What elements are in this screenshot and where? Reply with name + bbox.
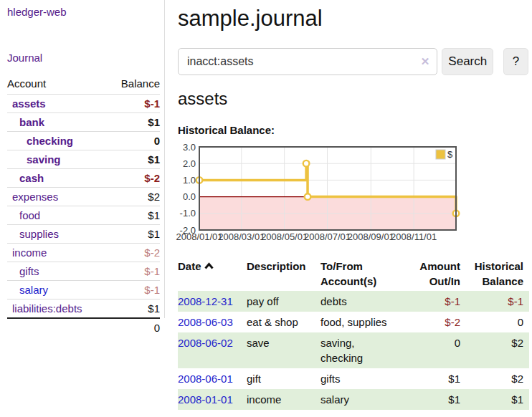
register-amount-cell: 0 [414,332,466,368]
svg-text:2008/03/01: 2008/03/01 [218,231,265,242]
svg-text:1.0: 1.0 [183,175,196,186]
register-description-cell: save [247,332,320,368]
data-point-marker [305,193,311,200]
sidebar-account-link-income[interactable]: income [7,246,47,259]
transaction-date-link[interactable]: 2008-06-02 [178,337,233,349]
account-row: cash$-2 [7,169,160,188]
chart-heading: Historical Balance: [178,124,528,137]
register-col-description: Description [247,257,320,291]
sidebar-account-link-bank[interactable]: bank [7,116,44,128]
account-row: checking0 [7,132,160,150]
account-row: gifts$-1 [7,262,160,281]
register-accounts-cell: salary [320,389,414,410]
account-name-cell: checking [7,132,108,150]
register-date-cell: 2008-06-03 [178,312,247,332]
account-balance: $-1 [108,262,160,281]
register-balance-cell: $-1 [466,291,529,312]
account-row: bank$1 [7,113,160,132]
account-balance: $-2 [108,244,160,262]
account-name-cell: gifts [7,262,108,281]
register-accounts-cell: saving,checking [320,332,414,368]
account-row: saving$1 [7,150,160,169]
data-point-marker [303,160,310,167]
register-col-amount: AmountOut/In [414,257,466,291]
register-balance-cell: $2 [466,368,529,389]
account-name-cell: assets [7,95,108,113]
account-name-cell: expenses [7,188,108,206]
svg-text:2008/09/01: 2008/09/01 [348,231,394,242]
search-form: ✕ Search ? [178,48,528,75]
register-amount-cell: $-2 [414,312,466,332]
accounts-total-value: 0 [108,318,160,337]
register-accounts-cell: food, supplies [320,312,414,332]
register-date-cell: 2008-06-02 [178,332,247,368]
register-row: 2008-01-01incomesalary$1$1 [178,389,529,410]
sidebar-account-link-saving[interactable]: saving [7,153,61,166]
account-row: salary$-1 [7,281,160,299]
main-content: sample.journal ✕ Search ? assets Histori… [166,0,532,410]
account-balance: $1 [108,225,160,244]
register-amount-cell: $1 [414,368,466,389]
register-amount-cell: $1 [414,389,466,410]
account-name-cell: supplies [7,225,108,244]
register-date-cell: 2008-12-31 [178,291,247,312]
register-col-date[interactable]: Date [178,257,247,291]
register-row: 2008-12-31pay offdebts$-1$-1 [178,291,529,312]
sidebar-account-link-supplies[interactable]: supplies [7,228,59,240]
sidebar-item-journal[interactable]: Journal [7,52,160,64]
sidebar-account-link-gifts[interactable]: gifts [7,265,39,277]
transaction-date-link[interactable]: 2008-06-03 [178,316,233,328]
sidebar-account-link-food[interactable]: food [7,209,40,221]
register-description-cell: eat & shop [247,312,320,332]
account-name-cell: saving [7,150,108,169]
help-button[interactable]: ? [503,48,528,75]
sidebar-account-link-liabilities-debts[interactable]: liabilities:debts [7,302,82,315]
register-table: DateDescriptionTo/FromAccount(s)AmountOu… [178,257,529,410]
account-name-cell: food [7,206,108,225]
svg-text:3.0: 3.0 [183,142,196,153]
accounts-header-row: Account Balance [7,75,160,95]
svg-text:2008/01/01: 2008/01/01 [176,231,222,242]
sidebar-account-link-expenses[interactable]: expenses [7,191,58,203]
register-body: 2008-12-31pay offdebts$-1$-12008-06-03ea… [178,291,529,410]
sort-asc-icon [204,259,214,274]
transaction-date-link[interactable]: 2008-06-01 [178,373,233,385]
svg-text:2008/11/01: 2008/11/01 [391,231,437,242]
historical-balance-chart: 3.02.01.00.0-1.0-2.02008/01/012008/03/01… [178,140,528,246]
accounts-total-row: 0 [7,318,160,337]
register-balance-cell: 0 [466,312,529,332]
register-date-cell: 2008-06-01 [178,368,247,389]
sidebar-account-link-cash[interactable]: cash [7,172,44,184]
svg-text:2008/05/01: 2008/05/01 [261,231,308,242]
register-col-tofrom: To/FromAccount(s) [320,257,414,291]
account-balance: $2 [108,188,160,206]
search-button[interactable]: Search [442,48,493,75]
register-description-cell: pay off [247,291,320,312]
register-date-cell: 2008-01-01 [178,389,247,410]
sidebar-account-link-salary[interactable]: salary [7,284,48,296]
register-accounts-cell: debts [320,291,414,312]
sidebar-account-link-assets[interactable]: assets [7,97,46,110]
transaction-date-link[interactable]: 2008-12-31 [178,295,233,307]
accounts-table: Account Balance assets$-1bank$1checking0… [7,75,160,337]
search-input[interactable] [178,48,437,75]
account-row: supplies$1 [7,225,160,244]
account-name-cell: cash [7,169,108,188]
register-description-cell: income [247,389,320,410]
sidebar: hledger-web Journal Account Balance asse… [0,0,165,318]
register-col-historical: HistoricalBalance [466,257,529,291]
account-name-cell: income [7,244,108,262]
svg-text:2.0: 2.0 [183,158,196,169]
svg-text:0.0: 0.0 [183,191,196,202]
legend-swatch [436,150,445,159]
clear-search-icon[interactable]: ✕ [421,54,430,69]
account-balance: $1 [108,206,160,225]
app-brand-link[interactable]: hledger-web [7,6,160,19]
register-row: 2008-06-02savesaving,checking0$2 [178,332,529,368]
sidebar-account-link-checking[interactable]: checking [7,135,73,147]
svg-text:-1.0: -1.0 [180,208,196,219]
register-row: 2008-06-01giftgifts$1$2 [178,368,529,389]
page-title: sample.journal [178,4,528,33]
account-balance: $1 [108,150,160,169]
transaction-date-link[interactable]: 2008-01-01 [178,393,233,406]
